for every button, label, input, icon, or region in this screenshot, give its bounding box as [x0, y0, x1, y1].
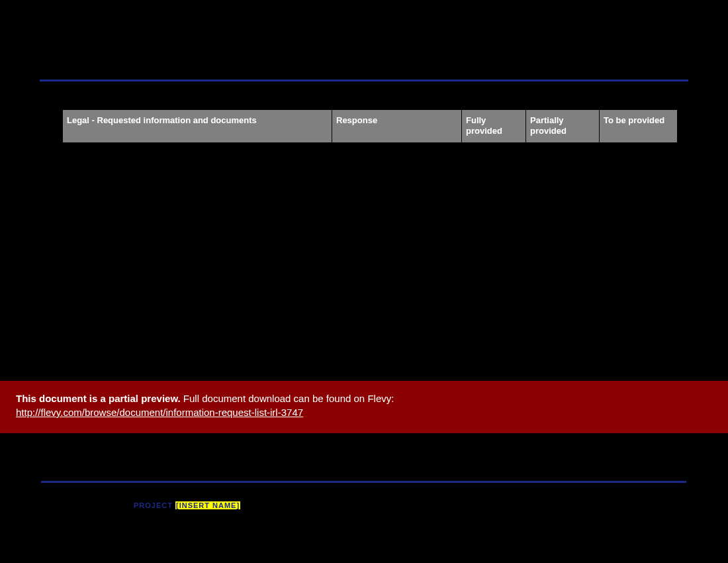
- project-line: PROJECT [INSERT NAME]: [134, 501, 240, 509]
- column-header-partially-provided: Partially provided: [526, 110, 600, 142]
- preview-banner-line1: This document is a partial preview. Full…: [16, 393, 712, 404]
- divider-top: [40, 79, 688, 81]
- document-canvas: Legal - Requested information and docume…: [0, 0, 728, 563]
- preview-banner-line2: http://flevy.com/browse/document/informa…: [16, 407, 712, 418]
- divider-bottom: [41, 481, 686, 483]
- column-header-fully-provided: Fully provided: [462, 110, 526, 142]
- table-header-row: Legal - Requested information and docume…: [63, 110, 677, 142]
- column-header-requested: Legal - Requested information and docume…: [63, 110, 332, 142]
- project-placeholder: [INSERT NAME]: [175, 501, 240, 509]
- preview-banner-link[interactable]: http://flevy.com/browse/document/informa…: [16, 407, 303, 418]
- column-header-to-be-provided: To be provided: [600, 110, 677, 142]
- project-label: PROJECT: [134, 501, 175, 509]
- preview-banner: This document is a partial preview. Full…: [0, 381, 728, 433]
- preview-banner-rest: Full document download can be found on F…: [181, 393, 394, 404]
- preview-banner-bold: This document is a partial preview.: [16, 393, 181, 404]
- column-header-response: Response: [332, 110, 462, 142]
